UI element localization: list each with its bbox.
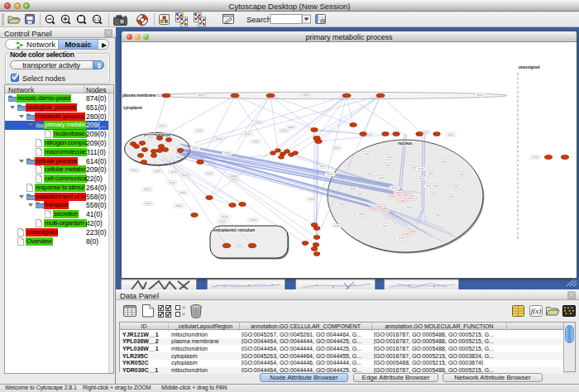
svg-text:xxxxx: xxxxx (170, 170, 177, 174)
svg-text:xxxxx: xxxxx (175, 204, 182, 208)
svg-text:xxxxx: xxxxx (231, 178, 237, 181)
svg-text:xxxxx: xxxxx (435, 213, 442, 217)
svg-text:1:1: 1:1 (93, 17, 100, 22)
svg-text:xxxxx: xxxxx (169, 181, 175, 184)
svg-text:xxxxx: xxxxx (179, 191, 186, 194)
svg-text:xxxxx: xxxxx (280, 129, 287, 132)
svg-text:xxxxx: xxxxx (145, 202, 151, 205)
svg-text:xxxxx: xxxxx (182, 174, 189, 177)
svg-text:xxxxx: xxxxx (381, 224, 388, 227)
svg-text:xxxxx: xxxxx (390, 194, 396, 198)
svg-text:xxxxx: xxxxx (419, 177, 425, 180)
svg-text:xxxxx: xxxxx (381, 209, 388, 213)
svg-text:xxxxx: xxxxx (327, 173, 333, 176)
svg-text:xxxxx: xxxxx (198, 93, 204, 97)
svg-text:xxxxx: xxxxx (452, 185, 459, 189)
svg-text:xxxxx: xxxxx (418, 167, 424, 170)
svg-text:xxxxx: xxxxx (408, 197, 414, 200)
svg-text:xxxxx: xxxxx (441, 160, 447, 164)
svg-text:xxxxx: xxxxx (366, 172, 373, 175)
svg-text:xxxxx: xxxxx (404, 232, 410, 236)
svg-text:xxxxx: xxxxx (476, 93, 483, 97)
svg-text:xxxxx: xxxxx (338, 203, 345, 206)
svg-text:xxxxx: xxxxx (350, 187, 356, 190)
svg-text:xxxxx: xxxxx (224, 151, 231, 155)
svg-text:xxxxx: xxxxx (147, 136, 154, 139)
svg-text:xxxxx: xxxxx (459, 173, 466, 176)
svg-text:xxxxx: xxxxx (144, 188, 151, 191)
svg-text:xxxxx: xxxxx (428, 172, 434, 175)
svg-text:xxxxx: xxxxx (333, 146, 340, 150)
svg-text:xxxxx: xxxxx (222, 215, 228, 218)
svg-text:xxxxx: xxxxx (406, 206, 413, 209)
svg-text:f(x): f(x) (531, 307, 542, 315)
svg-text:xxxxx: xxxxx (378, 176, 385, 179)
svg-text:xxxxx: xxxxx (399, 199, 405, 203)
svg-text:xxxxx: xxxxx (358, 213, 365, 216)
svg-text:xxxxx: xxxxx (196, 129, 203, 132)
svg-text:xxxxx: xxxxx (391, 186, 398, 189)
svg-text:xxxxx: xxxxx (385, 164, 391, 167)
svg-text:xxxxx: xxxxx (192, 146, 199, 150)
svg-text:xxxxx: xxxxx (250, 218, 256, 222)
svg-text:xxxxx: xxxxx (252, 140, 259, 143)
svg-text:xxxxx: xxxxx (364, 152, 371, 155)
svg-text:xxxxx: xxxxx (131, 169, 137, 172)
svg-text:Search:: Search: (246, 15, 274, 24)
svg-text:unassigned: unassigned (519, 65, 540, 69)
svg-text:xxxxx: xxxxx (255, 121, 261, 124)
svg-text:xxxxx: xxxxx (532, 155, 538, 159)
svg-text:xxxxx: xxxxx (219, 220, 226, 223)
svg-text:xxxxx: xxxxx (159, 124, 165, 127)
svg-text:plasma membrane: plasma membrane (122, 93, 156, 98)
svg-text:xxxxx: xxxxx (433, 184, 439, 188)
svg-text:xxxxx: xxxxx (398, 237, 404, 240)
svg-text:xxxxx: xxxxx (386, 155, 393, 159)
svg-text:xxxxx: xxxxx (447, 133, 454, 136)
svg-text:nucleus: nucleus (398, 141, 413, 146)
svg-text:xxxxx: xxxxx (371, 208, 377, 211)
svg-text:endoplasmic reticulum: endoplasmic reticulum (213, 228, 255, 232)
svg-text:xxxxx: xxxxx (236, 244, 242, 247)
svg-text:xxxxx: xxxxx (319, 165, 326, 168)
svg-text:xxxxx: xxxxx (309, 198, 315, 201)
svg-text:xxxxx: xxxxx (448, 195, 455, 198)
svg-text:cytoplasm: cytoplasm (123, 106, 142, 110)
svg-text:xxxxx: xxxxx (244, 132, 251, 136)
svg-text:xxxxx: xxxxx (206, 172, 213, 175)
svg-text:xxxxx: xxxxx (216, 137, 223, 141)
svg-text:xxxxx: xxxxx (288, 126, 294, 129)
svg-text:xxxxx: xxxxx (356, 193, 363, 196)
svg-text:xxxxx: xxxxx (429, 193, 436, 196)
svg-text:xxxxx: xxxxx (154, 170, 160, 173)
svg-text:xxxxx: xxxxx (303, 93, 309, 97)
svg-text:xxxxx: xxxxx (333, 224, 340, 227)
